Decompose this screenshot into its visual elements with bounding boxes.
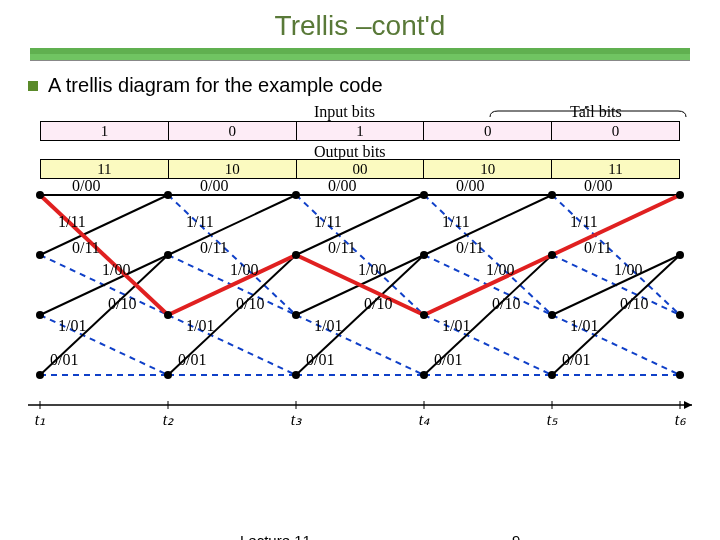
svg-text:t₆: t₆ bbox=[675, 411, 687, 428]
svg-text:0/11: 0/11 bbox=[200, 239, 228, 256]
svg-text:t₂: t₂ bbox=[163, 411, 174, 428]
svg-text:t₄: t₄ bbox=[419, 411, 430, 428]
svg-text:1/11: 1/11 bbox=[314, 213, 342, 230]
svg-text:0/01: 0/01 bbox=[50, 351, 78, 368]
svg-text:0/11: 0/11 bbox=[456, 239, 484, 256]
svg-point-47 bbox=[36, 311, 44, 319]
svg-text:0/01: 0/01 bbox=[178, 351, 206, 368]
svg-text:1/11: 1/11 bbox=[58, 213, 86, 230]
svg-point-64 bbox=[548, 371, 556, 379]
svg-text:0/00: 0/00 bbox=[72, 177, 100, 194]
svg-text:0/01: 0/01 bbox=[562, 351, 590, 368]
input-bits-band: 1 0 1 0 0 bbox=[40, 121, 680, 141]
svg-point-57 bbox=[420, 191, 428, 199]
input-bit-2: 1 bbox=[297, 122, 425, 140]
svg-text:0/11: 0/11 bbox=[328, 239, 356, 256]
svg-text:1/01: 1/01 bbox=[186, 317, 214, 334]
svg-text:1/11: 1/11 bbox=[570, 213, 598, 230]
svg-point-62 bbox=[548, 251, 556, 259]
svg-text:0/00: 0/00 bbox=[456, 177, 484, 194]
svg-point-55 bbox=[292, 311, 300, 319]
footer-page: 9 bbox=[512, 532, 520, 540]
svg-text:t₃: t₃ bbox=[291, 411, 302, 428]
svg-point-63 bbox=[548, 311, 556, 319]
svg-text:0/10: 0/10 bbox=[492, 295, 520, 312]
svg-point-59 bbox=[420, 311, 428, 319]
svg-text:0/01: 0/01 bbox=[306, 351, 334, 368]
svg-text:1/00: 1/00 bbox=[230, 261, 258, 278]
output-bit-3: 10 bbox=[424, 160, 552, 178]
svg-point-45 bbox=[36, 191, 44, 199]
svg-text:0/10: 0/10 bbox=[236, 295, 264, 312]
svg-point-50 bbox=[164, 251, 172, 259]
svg-text:0/11: 0/11 bbox=[584, 239, 612, 256]
svg-text:t₁: t₁ bbox=[35, 411, 45, 428]
svg-point-46 bbox=[36, 251, 44, 259]
footer-lecture: Lecture 11 bbox=[240, 532, 311, 540]
svg-point-68 bbox=[676, 371, 684, 379]
svg-point-48 bbox=[36, 371, 44, 379]
output-bits-band: 11 10 00 10 11 bbox=[40, 159, 680, 179]
output-bit-1: 10 bbox=[169, 160, 297, 178]
svg-point-66 bbox=[676, 251, 684, 259]
output-bit-0: 11 bbox=[41, 160, 169, 178]
svg-point-53 bbox=[292, 191, 300, 199]
svg-marker-105 bbox=[684, 401, 692, 409]
output-bit-4: 11 bbox=[552, 160, 679, 178]
svg-text:0/00: 0/00 bbox=[584, 177, 612, 194]
svg-text:1/00: 1/00 bbox=[102, 261, 130, 278]
input-bit-4: 0 bbox=[552, 122, 679, 140]
svg-text:1/00: 1/00 bbox=[358, 261, 386, 278]
input-bit-0: 1 bbox=[41, 122, 169, 140]
svg-point-49 bbox=[164, 191, 172, 199]
bullet-square-icon bbox=[28, 81, 38, 91]
svg-text:0/00: 0/00 bbox=[328, 177, 356, 194]
svg-text:0/00: 0/00 bbox=[200, 177, 228, 194]
svg-text:0/11: 0/11 bbox=[72, 239, 100, 256]
bullet-row: A trellis diagram for the example code bbox=[0, 60, 720, 97]
svg-point-61 bbox=[548, 191, 556, 199]
svg-text:1/00: 1/00 bbox=[486, 261, 514, 278]
svg-point-56 bbox=[292, 371, 300, 379]
svg-text:0/10: 0/10 bbox=[108, 295, 136, 312]
svg-text:0/10: 0/10 bbox=[364, 295, 392, 312]
svg-text:1/01: 1/01 bbox=[442, 317, 470, 334]
bullet-text: A trellis diagram for the example code bbox=[48, 74, 383, 96]
title-underline bbox=[0, 42, 720, 60]
svg-text:1/11: 1/11 bbox=[442, 213, 470, 230]
svg-point-51 bbox=[164, 311, 172, 319]
svg-point-60 bbox=[420, 371, 428, 379]
svg-text:1/01: 1/01 bbox=[570, 317, 598, 334]
svg-point-67 bbox=[676, 311, 684, 319]
svg-text:0/01: 0/01 bbox=[434, 351, 462, 368]
svg-point-52 bbox=[164, 371, 172, 379]
svg-point-54 bbox=[292, 251, 300, 259]
svg-text:0/10: 0/10 bbox=[620, 295, 648, 312]
svg-point-58 bbox=[420, 251, 428, 259]
svg-text:1/01: 1/01 bbox=[58, 317, 86, 334]
svg-text:1/00: 1/00 bbox=[614, 261, 642, 278]
svg-text:t₅: t₅ bbox=[547, 411, 558, 428]
slide-title: Trellis –cont'd bbox=[0, 0, 720, 42]
svg-text:1/01: 1/01 bbox=[314, 317, 342, 334]
input-bit-1: 0 bbox=[169, 122, 297, 140]
svg-point-65 bbox=[676, 191, 684, 199]
output-bit-2: 00 bbox=[297, 160, 425, 178]
svg-text:1/11: 1/11 bbox=[186, 213, 214, 230]
input-bit-3: 0 bbox=[424, 122, 552, 140]
